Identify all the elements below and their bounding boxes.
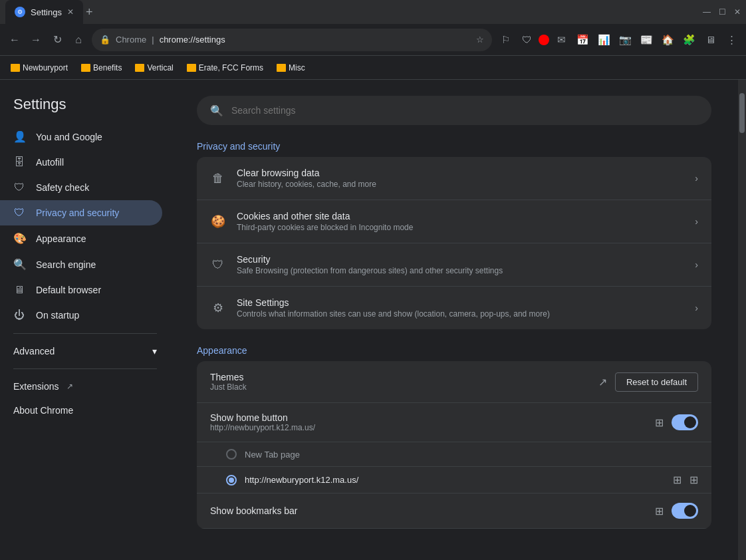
back-button[interactable]: ←	[5, 31, 24, 49]
themes-subtitle: Just Black	[210, 382, 598, 392]
home-content: Show home button http://newburyport.k12.…	[210, 412, 655, 432]
cookies-row[interactable]: 🍪 Cookies and other site data Third-part…	[197, 200, 711, 243]
grid-icon-3[interactable]: ⊞	[689, 474, 698, 486]
security-row[interactable]: 🛡 Security Safe Browsing (protection fro…	[197, 243, 711, 287]
sidebar-item-on-startup[interactable]: ⏻ On startup	[0, 303, 162, 328]
tab-close-button[interactable]: ✕	[67, 7, 74, 17]
sidebar-item-safety-check[interactable]: 🛡 Safety check	[0, 175, 162, 200]
maximize-button[interactable]: ☐	[719, 7, 726, 17]
reset-to-default-button[interactable]: Reset to default	[615, 372, 698, 392]
themes-title: Themes	[210, 372, 598, 382]
bookmark-newburyport[interactable]: Newburyport	[5, 61, 73, 75]
bookmark-label: Newburyport	[23, 63, 68, 72]
bookmark-benefits[interactable]: Benefits	[76, 61, 127, 75]
startup-icon: ⏻	[13, 309, 25, 321]
menu-icon[interactable]: ⋮	[722, 31, 741, 49]
bookmark-misc[interactable]: Misc	[271, 61, 311, 75]
trash-icon: 🗑	[210, 172, 226, 186]
sidebar-item-you-google[interactable]: 👤 You and Google	[0, 124, 162, 150]
site-settings-desc: Controls what information sites can use …	[237, 309, 684, 319]
refresh-button[interactable]: ↻	[48, 31, 66, 49]
grid-icon-bm[interactable]: ⊞	[655, 505, 664, 517]
bookmark-icon[interactable]: ☆	[476, 35, 484, 45]
window-controls: — ☐ ✕	[703, 7, 741, 17]
show-bookmarks-toggle[interactable]	[672, 503, 698, 519]
chevron-down-icon: ▾	[152, 346, 157, 356]
palette-icon: 🎨	[13, 232, 25, 245]
sidebar-item-extensions[interactable]: Extensions ↗	[0, 374, 170, 398]
sidebar-item-appearance[interactable]: 🎨 Appearance	[0, 225, 162, 251]
new-tab-label: New Tab page	[245, 450, 698, 460]
sidebar-advanced-section[interactable]: Advanced ▾	[0, 339, 170, 363]
sidebar-item-privacy-security[interactable]: 🛡 Privacy and security	[0, 200, 162, 225]
shield-check-icon: 🛡	[13, 182, 25, 194]
bookmark-vertical[interactable]: Vertical	[130, 61, 178, 75]
address-url[interactable]: chrome://settings	[160, 35, 471, 45]
clear-browsing-row[interactable]: 🗑 Clear browsing data Clear history, coo…	[197, 157, 711, 200]
custom-url-radio[interactable]	[226, 475, 237, 486]
sidebar-item-default-browser[interactable]: 🖥 Default browser	[0, 277, 162, 303]
new-tab-option-row[interactable]: New Tab page	[197, 442, 711, 467]
search-input[interactable]	[231, 105, 698, 116]
security-shield-icon: 🛡	[210, 258, 226, 272]
extensions-icon[interactable]: 🧩	[680, 31, 698, 49]
minimize-button[interactable]: —	[703, 7, 711, 17]
camera-icon[interactable]: 📷	[616, 31, 634, 49]
sidebar-item-about[interactable]: About Chrome	[0, 398, 170, 422]
new-tab-button[interactable]: +	[86, 5, 93, 19]
external-link-icon: ↗	[66, 382, 73, 391]
custom-icon[interactable]: 🏠	[658, 31, 677, 49]
folder-icon	[81, 64, 90, 72]
active-tab[interactable]: ⚙ Settings ✕	[5, 0, 83, 24]
show-home-toggle[interactable]	[672, 414, 698, 430]
docs-icon[interactable]: 📊	[594, 31, 613, 49]
calendar-icon[interactable]: 📅	[573, 31, 592, 49]
new-tab-radio[interactable]	[226, 449, 237, 460]
email-icon[interactable]: ✉	[552, 31, 570, 49]
sidebar-label: Autofill	[36, 157, 64, 168]
grid-icon[interactable]: ⊞	[655, 416, 664, 429]
site-settings-content: Site Settings Controls what information …	[237, 297, 684, 319]
security-desc: Safe Browsing (protection from dangerous…	[237, 266, 684, 275]
grid-icon-2[interactable]: ⊞	[673, 474, 682, 486]
folder-icon	[187, 64, 196, 72]
bookmark-label: Erate, FCC Forms	[199, 63, 263, 72]
site-settings-icon: ⚙	[210, 301, 226, 315]
chevron-right-icon: ›	[695, 303, 698, 313]
nav-buttons: ← → ↻ ⌂	[5, 31, 88, 49]
forward-button[interactable]: →	[27, 31, 45, 49]
sidebar-item-search-engine[interactable]: 🔍 Search engine	[0, 251, 162, 277]
scrollbar-thumb[interactable]	[739, 93, 745, 133]
scrollbar-track	[738, 80, 746, 560]
search-bar[interactable]: 🔍	[197, 96, 711, 125]
about-label: About Chrome	[13, 405, 73, 416]
custom-url-label: http://newburyport.k12.ma.us/	[245, 475, 665, 485]
sidebar-item-autofill[interactable]: 🗄 Autofill	[0, 150, 162, 175]
browser-toolbar: ← → ↻ ⌂ 🔒 Chrome | chrome://settings ☆ ⚐…	[0, 24, 746, 56]
chevron-right-icon: ›	[695, 216, 698, 227]
show-bookmarks-title: Show bookmarks bar	[210, 505, 655, 516]
close-button[interactable]: ✕	[734, 7, 741, 17]
vpn-icon[interactable]: ⚐	[496, 31, 515, 49]
sidebar-label: Privacy and security	[36, 208, 119, 218]
bookmarks-bar: Newburyport Benefits Vertical Erate, FCC…	[0, 56, 746, 80]
bookmark-label: Benefits	[93, 63, 122, 72]
site-settings-row[interactable]: ⚙ Site Settings Controls what informatio…	[197, 287, 711, 329]
home-right: ⊞	[655, 414, 698, 430]
site-settings-title: Site Settings	[237, 297, 684, 308]
external-link-icon[interactable]: ↗	[598, 376, 607, 388]
chevron-right-icon: ›	[695, 259, 698, 270]
sidebar-label: On startup	[36, 310, 79, 321]
security-icon[interactable]: 🛡	[517, 31, 536, 49]
address-bar[interactable]: 🔒 Chrome | chrome://settings ☆	[92, 29, 492, 51]
bookmark-erate[interactable]: Erate, FCC Forms	[182, 61, 269, 75]
opera-icon[interactable]	[539, 35, 549, 45]
themes-actions: ↗ Reset to default	[598, 372, 698, 392]
clear-browsing-content: Clear browsing data Clear history, cooki…	[237, 168, 684, 189]
tab-favicon: ⚙	[15, 7, 25, 17]
folder-icon	[135, 64, 144, 72]
custom-url-option-row[interactable]: http://newburyport.k12.ma.us/ ⊞ ⊞	[197, 467, 711, 493]
cast-icon[interactable]: 🖥	[701, 31, 719, 49]
home-nav-button[interactable]: ⌂	[69, 31, 88, 49]
news-icon[interactable]: 📰	[637, 31, 656, 49]
